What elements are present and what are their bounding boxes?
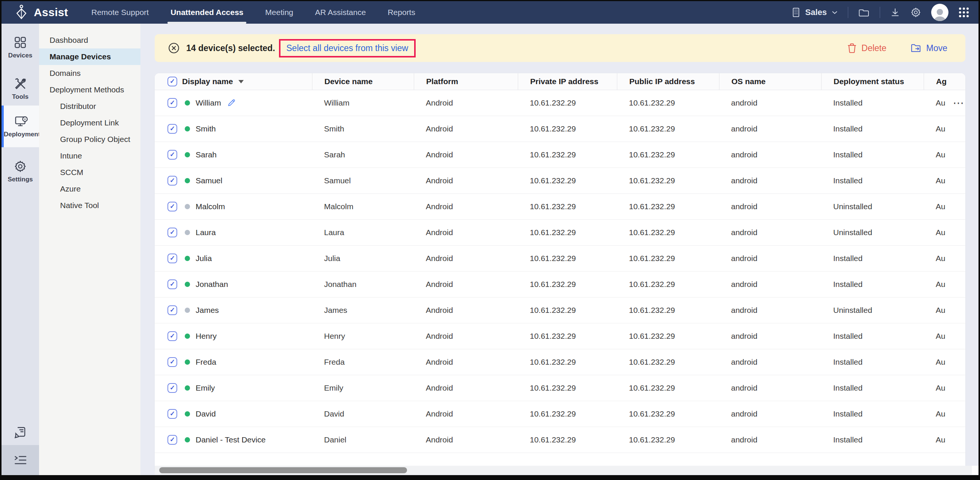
header-public-ip[interactable]: Public IP address xyxy=(617,73,719,90)
sidebar-item[interactable]: Deployment Link xyxy=(39,115,140,131)
row-checkbox[interactable] xyxy=(167,409,177,419)
table-row[interactable]: Samuel Samuel Android 10.61.232.29 10.61… xyxy=(155,168,966,194)
avatar[interactable] xyxy=(931,4,948,21)
os-name-cell: android xyxy=(719,150,821,159)
table-row[interactable]: Freda Freda Android 10.61.232.29 10.61.2… xyxy=(155,349,966,375)
platform-cell: Android xyxy=(414,176,518,185)
delete-button[interactable]: Delete xyxy=(847,43,886,53)
table-row[interactable]: Daniel - Test Device Daniel Android 10.6… xyxy=(155,427,966,453)
display-name-cell: Julia xyxy=(155,254,312,263)
rail-item-deployment[interactable]: Deployment xyxy=(2,105,39,147)
platform-cell: Android xyxy=(414,306,518,315)
table-row[interactable]: Malcolm Malcolm Android 10.61.232.29 10.… xyxy=(155,194,966,220)
sidebar-item[interactable]: SCCM xyxy=(39,164,140,181)
top-tab[interactable]: Reports xyxy=(388,1,415,24)
header-deployment-status[interactable]: Deployment status xyxy=(821,73,924,90)
table-row[interactable]: James James Android 10.61.232.29 10.61.2… xyxy=(155,297,966,324)
deployment-status-cell: Installed xyxy=(821,357,924,367)
row-checkbox[interactable] xyxy=(167,228,177,238)
display-name-cell: James xyxy=(155,305,312,315)
clear-selection-icon[interactable] xyxy=(167,42,180,54)
agent-text: Au xyxy=(936,176,945,185)
os-name-cell: android xyxy=(719,410,821,418)
table-row[interactable]: Jonathan Jonathan Android 10.61.232.29 1… xyxy=(155,271,966,297)
public-ip-cell: 10.61.232.29 xyxy=(617,228,719,237)
table-row[interactable]: Laura Laura Android 10.61.232.29 10.61.2… xyxy=(155,220,966,246)
device-name-cell: Malcolm xyxy=(312,202,414,211)
row-checkbox[interactable] xyxy=(167,279,177,289)
rail-item-settings[interactable]: Settings xyxy=(2,159,39,183)
collapse-panel-icon[interactable] xyxy=(2,445,39,475)
table-row[interactable]: Sarah Sarah Android 10.61.232.29 10.61.2… xyxy=(155,142,966,168)
portal-selector[interactable]: Sales xyxy=(791,7,838,18)
sidebar-item[interactable]: Azure xyxy=(39,181,140,197)
horizontal-scrollbar-thumb[interactable] xyxy=(159,467,407,473)
row-checkbox[interactable] xyxy=(167,357,177,367)
horizontal-scrollbar-track[interactable] xyxy=(155,466,978,475)
device-name-cell: Henry xyxy=(312,332,414,341)
table-row[interactable]: Henry Henry Android 10.61.232.29 10.61.2… xyxy=(155,324,966,349)
row-checkbox[interactable] xyxy=(167,331,177,341)
sidebar-item[interactable]: Intune xyxy=(39,148,140,164)
sidebar-item[interactable]: Group Policy Object xyxy=(39,131,140,148)
platform-cell: Android xyxy=(414,150,518,159)
row-checkbox[interactable] xyxy=(167,124,177,134)
apps-grid-icon[interactable] xyxy=(958,7,969,18)
display-name-cell: Daniel - Test Device xyxy=(155,435,312,445)
row-checkbox[interactable] xyxy=(167,150,177,159)
select-all-link[interactable]: Select all devices from this view xyxy=(286,43,409,53)
table-row[interactable]: Emily Emily Android 10.61.232.29 10.61.2… xyxy=(155,375,966,401)
header-display-name[interactable]: Display name xyxy=(155,73,312,90)
feedback-note-icon[interactable] xyxy=(2,426,39,439)
device-name-cell: Emily xyxy=(312,383,414,392)
table-row[interactable]: Smith Smith Android 10.61.232.29 10.61.2… xyxy=(155,116,966,142)
os-name-cell: android xyxy=(719,280,821,289)
row-checkbox[interactable] xyxy=(167,383,177,393)
top-tab[interactable]: Remote Support xyxy=(91,1,149,24)
agent-cell: Au xyxy=(924,254,966,263)
gear-icon[interactable] xyxy=(910,7,921,18)
private-ip-cell: 10.61.232.29 xyxy=(518,280,617,289)
display-name-cell: David xyxy=(155,409,312,419)
header-platform[interactable]: Platform xyxy=(414,73,518,90)
display-name-text: David xyxy=(196,410,216,418)
header-os-name[interactable]: OS name xyxy=(719,73,821,90)
public-ip-cell: 10.61.232.29 xyxy=(617,124,719,133)
top-tab[interactable]: Meeting xyxy=(265,1,293,24)
row-checkbox[interactable] xyxy=(167,305,177,315)
row-checkbox[interactable] xyxy=(167,202,177,212)
download-icon[interactable] xyxy=(890,7,900,18)
sort-caret-icon[interactable] xyxy=(239,80,244,83)
row-checkbox[interactable] xyxy=(167,254,177,263)
scrollbar-corner xyxy=(972,466,978,475)
rail-item-devices[interactable]: Devices xyxy=(2,36,39,59)
select-all-checkbox[interactable] xyxy=(167,77,177,86)
edit-pencil-icon[interactable] xyxy=(227,99,236,107)
sidebar-item[interactable]: Deployment Methods xyxy=(39,81,140,98)
sidebar-item[interactable]: Native Tool xyxy=(39,197,140,214)
agent-text: Au xyxy=(936,280,945,289)
status-dot xyxy=(185,230,190,235)
table-row[interactable]: William William Android 10.61.232.29 xyxy=(155,90,966,116)
sidebar-item[interactable]: Domains xyxy=(39,65,140,81)
delete-label: Delete xyxy=(861,43,886,53)
deployment-sidebar: DashboardManage DevicesDomainsDeployment… xyxy=(39,24,140,475)
row-checkbox[interactable] xyxy=(167,435,177,445)
table-row[interactable]: David David Android 10.61.232.29 10.61.2… xyxy=(155,401,966,427)
sidebar-item[interactable]: Distributor xyxy=(39,98,140,115)
row-checkbox[interactable] xyxy=(167,176,177,185)
sidebar-item[interactable]: Dashboard xyxy=(39,32,140,48)
rail-item-tools[interactable]: Tools xyxy=(2,77,39,100)
top-tab[interactable]: Unattended Access xyxy=(170,1,243,24)
row-checkbox[interactable] xyxy=(167,98,177,108)
table-row[interactable]: Julia Julia Android 10.61.232.29 10.61.2… xyxy=(155,246,966,271)
folder-icon[interactable] xyxy=(858,7,870,18)
header-device-name[interactable]: Device name xyxy=(312,73,414,90)
move-button[interactable]: Move xyxy=(910,43,947,53)
row-more-menu-icon[interactable]: ⋯ xyxy=(953,101,966,105)
sidebar-item[interactable]: Manage Devices xyxy=(39,48,140,65)
header-private-ip[interactable]: Private IP address xyxy=(518,73,617,90)
header-agent[interactable]: Ag xyxy=(924,73,966,90)
brand[interactable]: Assist xyxy=(14,4,68,21)
top-tab[interactable]: AR Assistance xyxy=(315,1,366,24)
